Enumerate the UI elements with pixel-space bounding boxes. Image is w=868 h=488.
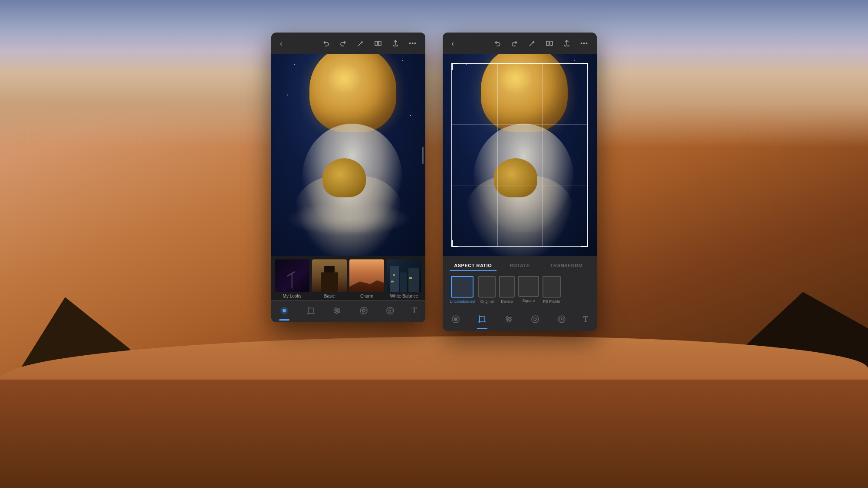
aspect-box-fb-profile bbox=[542, 276, 561, 298]
crop-corner-br[interactable] bbox=[581, 240, 588, 247]
thumb-img-charm bbox=[349, 259, 384, 292]
star bbox=[574, 60, 575, 61]
tab-rotate[interactable]: ROTATE bbox=[496, 261, 543, 271]
svg-point-36 bbox=[507, 320, 510, 322]
auto-enhance-button[interactable] bbox=[355, 38, 366, 49]
right-nav-optics[interactable] bbox=[553, 313, 570, 326]
thumbnail-my-looks[interactable]: My Looks bbox=[275, 259, 309, 298]
tab-aspect-ratio[interactable]: ASPECT RATIO bbox=[450, 261, 496, 271]
svg-point-11 bbox=[335, 308, 337, 310]
right-redo-button[interactable] bbox=[509, 38, 520, 49]
right-nav: T bbox=[443, 309, 597, 331]
right-optics-icon bbox=[557, 314, 566, 324]
star bbox=[402, 60, 403, 61]
thumb-img-my-looks bbox=[275, 259, 309, 292]
crop-corner-tr[interactable] bbox=[581, 63, 588, 70]
aspect-fb-profile[interactable]: FB Profile bbox=[542, 276, 561, 304]
right-toolbar: ‹ bbox=[443, 33, 597, 54]
aspect-square[interactable]: Square bbox=[518, 276, 539, 304]
svg-line-23 bbox=[529, 42, 533, 46]
right-more-button[interactable]: ••• bbox=[579, 38, 590, 49]
right-nav-crop[interactable] bbox=[474, 313, 490, 326]
optics-icon bbox=[385, 306, 395, 315]
svg-rect-5 bbox=[308, 308, 313, 313]
star bbox=[294, 64, 295, 65]
thumbnail-charm[interactable]: Charm bbox=[349, 259, 384, 298]
right-photo-canvas bbox=[443, 54, 597, 256]
right-nav-adjustments[interactable] bbox=[500, 313, 517, 326]
nav-adjustments[interactable] bbox=[329, 304, 345, 317]
thumbnail-basic[interactable]: Basic bbox=[312, 259, 347, 298]
svg-point-4 bbox=[283, 309, 286, 312]
star bbox=[287, 95, 288, 95]
thumbnail-white-balance[interactable]: White Balance bbox=[387, 259, 421, 298]
nav-text[interactable]: T bbox=[408, 305, 421, 317]
aspect-original[interactable]: Original bbox=[478, 276, 496, 304]
aspect-label-unconstrained: Unconstrained bbox=[450, 299, 475, 304]
compare-button[interactable] bbox=[372, 38, 384, 49]
right-healing-icon bbox=[530, 314, 540, 324]
right-auto-button[interactable] bbox=[526, 38, 538, 49]
looks-icon bbox=[279, 306, 289, 315]
right-jellyfish-medium bbox=[494, 158, 537, 197]
svg-point-41 bbox=[561, 318, 562, 320]
jellyfish-image bbox=[271, 54, 425, 256]
svg-rect-24 bbox=[546, 41, 549, 46]
right-jellyfish-bell bbox=[481, 54, 568, 132]
undo-button[interactable] bbox=[320, 38, 332, 49]
scroll-indicator[interactable] bbox=[422, 147, 424, 164]
svg-point-38 bbox=[534, 318, 536, 321]
right-crop-icon bbox=[477, 314, 487, 324]
right-undo-icon bbox=[493, 39, 501, 47]
nav-optics[interactable] bbox=[382, 304, 398, 317]
svg-rect-2 bbox=[378, 41, 381, 46]
phone-left: ‹ bbox=[271, 33, 425, 322]
left-nav: T bbox=[271, 300, 425, 322]
aspect-unconstrained[interactable]: Unconstrained bbox=[450, 276, 475, 304]
more-button[interactable]: ••• bbox=[407, 38, 418, 49]
crop-corner-tl[interactable] bbox=[451, 63, 458, 70]
svg-point-15 bbox=[362, 309, 365, 312]
aspect-tabs: ASPECT RATIO ROTATE TRANSFORM bbox=[450, 261, 590, 271]
thumb-img-white-balance bbox=[387, 259, 421, 292]
phones-container: ‹ bbox=[271, 33, 597, 331]
right-undo-button[interactable] bbox=[492, 38, 503, 49]
toolbar-icons: ••• bbox=[320, 38, 418, 49]
right-back-button[interactable]: ‹ bbox=[450, 37, 456, 50]
nav-crop[interactable] bbox=[302, 304, 319, 317]
thumb-label-charm: Charm bbox=[360, 294, 373, 298]
thumb-label-my-looks: My Looks bbox=[283, 294, 302, 298]
share-button[interactable] bbox=[390, 38, 401, 49]
thumbnail-strip: My Looks Basic bbox=[271, 256, 425, 300]
aspect-label-original: Original bbox=[480, 299, 494, 304]
svg-point-34 bbox=[506, 317, 509, 319]
right-share-icon bbox=[563, 39, 571, 47]
aspect-label-square: Square bbox=[523, 298, 535, 303]
left-photo-canvas bbox=[271, 54, 425, 256]
redo-button[interactable] bbox=[338, 38, 349, 49]
crop-icon bbox=[306, 306, 316, 315]
nav-looks[interactable] bbox=[276, 304, 293, 317]
aspect-box-unconstrained bbox=[451, 276, 473, 298]
right-magic-icon bbox=[528, 39, 536, 47]
compare-icon bbox=[374, 39, 382, 47]
right-looks-icon bbox=[451, 314, 460, 324]
nav-healing[interactable] bbox=[355, 304, 372, 317]
aspect-label-fb-profile: FB Profile bbox=[543, 299, 560, 304]
right-share-button[interactable] bbox=[561, 38, 572, 49]
right-text-icon: T bbox=[583, 315, 589, 324]
right-compare-button[interactable] bbox=[544, 38, 555, 49]
magic-wand-icon bbox=[357, 39, 365, 47]
right-nav-healing[interactable] bbox=[527, 313, 543, 326]
crop-corner-bl[interactable] bbox=[451, 240, 458, 247]
aspect-device[interactable]: Device bbox=[499, 276, 515, 304]
right-nav-looks[interactable] bbox=[447, 313, 464, 326]
back-button[interactable]: ‹ bbox=[278, 37, 284, 50]
svg-point-27 bbox=[454, 318, 457, 321]
aspect-options: Unconstrained Original Device Square FB … bbox=[450, 276, 590, 309]
right-nav-text[interactable]: T bbox=[580, 313, 592, 326]
star bbox=[466, 64, 467, 65]
svg-rect-1 bbox=[375, 41, 378, 46]
tab-transform[interactable]: TRANSFORM bbox=[543, 261, 590, 271]
right-toolbar-left: ‹ bbox=[450, 37, 457, 50]
